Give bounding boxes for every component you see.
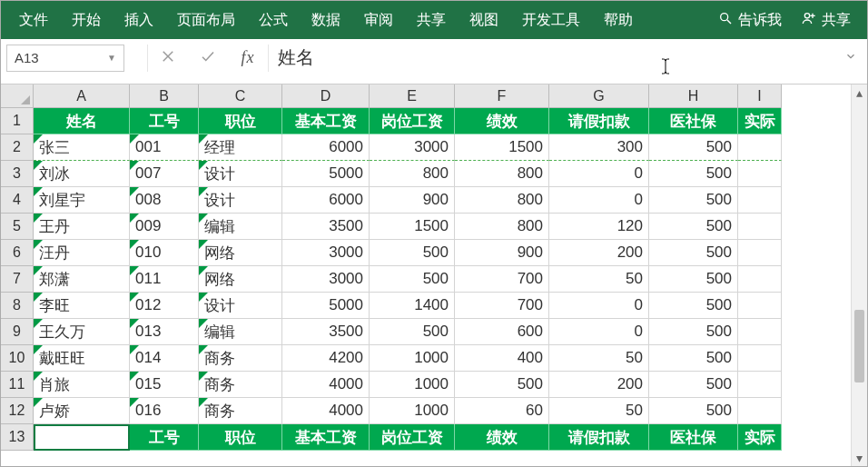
header-cell-1[interactable]: 工号	[130, 108, 199, 134]
cell-r7-c4[interactable]: 500	[370, 266, 455, 293]
header-cell-2[interactable]: 职位	[199, 424, 282, 451]
cell-r3-c8[interactable]	[738, 161, 782, 187]
row-header-9[interactable]: 9	[1, 319, 34, 345]
cell-r2-c0[interactable]: 张三	[34, 134, 130, 161]
cell-r6-c6[interactable]: 200	[549, 240, 649, 266]
cell-r9-c6[interactable]: 0	[549, 319, 649, 345]
cell-r10-c3[interactable]: 4200	[282, 345, 370, 372]
row-header-12[interactable]: 12	[1, 398, 34, 424]
row-header-3[interactable]: 3	[1, 161, 34, 187]
row-header-8[interactable]: 8	[1, 293, 34, 319]
cell-r10-c4[interactable]: 1000	[370, 345, 455, 372]
expand-formula-bar-button[interactable]	[840, 50, 862, 65]
cell-r5-c0[interactable]: 王丹	[34, 214, 130, 240]
cell-r5-c2[interactable]: 编辑	[199, 214, 282, 240]
column-header-I[interactable]: I	[738, 84, 782, 107]
cell-r9-c0[interactable]: 王久万	[34, 319, 130, 345]
cell-r5-c1[interactable]: 009	[130, 214, 199, 240]
cell-r7-c2[interactable]: 网络	[199, 266, 282, 293]
cell-r3-c4[interactable]: 800	[370, 161, 455, 187]
column-header-A[interactable]: A	[34, 84, 130, 107]
cell-r5-c7[interactable]: 500	[649, 214, 738, 240]
cell-r6-c5[interactable]: 900	[455, 240, 549, 266]
cell-r6-c0[interactable]: 汪丹	[34, 240, 130, 266]
cell-r7-c7[interactable]: 500	[649, 266, 738, 293]
cell-r5-c8[interactable]	[738, 214, 782, 240]
cell-r12-c6[interactable]: 50	[549, 398, 649, 424]
cell-r2-c5[interactable]: 1500	[455, 134, 549, 161]
column-header-E[interactable]: E	[370, 84, 455, 107]
header-cell-7[interactable]: 医社保	[649, 424, 738, 451]
cell-r10-c6[interactable]: 50	[549, 345, 649, 372]
cell-r2-c6[interactable]: 300	[549, 134, 649, 161]
cell-r3-c1[interactable]: 007	[130, 161, 199, 187]
cell-r11-c2[interactable]: 商务	[199, 372, 282, 398]
cell-r12-c0[interactable]: 卢娇	[34, 398, 130, 424]
row-header-5[interactable]: 5	[1, 214, 34, 240]
cell-r9-c3[interactable]: 3500	[282, 319, 370, 345]
cell-r4-c6[interactable]: 0	[549, 187, 649, 214]
cell-r2-c1[interactable]: 001	[130, 134, 199, 161]
ribbon-tab-8[interactable]: 视图	[459, 2, 509, 39]
ribbon-tab-9[interactable]: 开发工具	[511, 2, 591, 39]
header-cell-3[interactable]: 基本工资	[282, 424, 370, 451]
cell-r12-c4[interactable]: 1000	[370, 398, 455, 424]
cells-grid[interactable]: 姓名工号职位基本工资岗位工资绩效请假扣款医社保实际张三001经理60003000…	[34, 108, 851, 466]
header-cell-4[interactable]: 岗位工资	[370, 108, 455, 134]
cell-r11-c4[interactable]: 1000	[370, 372, 455, 398]
column-header-D[interactable]: D	[282, 84, 370, 107]
cell-r8-c2[interactable]: 设计	[199, 293, 282, 319]
cell-r7-c8[interactable]	[738, 266, 782, 293]
cell-r8-c8[interactable]	[738, 293, 782, 319]
formula-input[interactable]: 姓名	[268, 45, 840, 72]
cell-r10-c7[interactable]: 500	[649, 345, 738, 372]
header-cell-8[interactable]: 实际	[738, 108, 782, 134]
row-header-6[interactable]: 6	[1, 240, 34, 266]
cell-r10-c0[interactable]: 戴旺旺	[34, 345, 130, 372]
header-cell-1[interactable]: 工号	[130, 424, 199, 451]
cell-r9-c7[interactable]: 500	[649, 319, 738, 345]
accept-formula-button[interactable]	[188, 45, 228, 72]
cell-r5-c4[interactable]: 1500	[370, 214, 455, 240]
header-cell-3[interactable]: 基本工资	[282, 108, 370, 134]
cell-r3-c2[interactable]: 设计	[199, 161, 282, 187]
cell-r8-c0[interactable]: 李旺	[34, 293, 130, 319]
cell-r9-c1[interactable]: 013	[130, 319, 199, 345]
scroll-thumb[interactable]	[854, 310, 864, 383]
column-header-F[interactable]: F	[455, 84, 549, 107]
cancel-formula-button[interactable]	[148, 45, 188, 72]
cell-r3-c6[interactable]: 0	[549, 161, 649, 187]
header-cell-5[interactable]: 绩效	[455, 424, 549, 451]
cell-r2-c3[interactable]: 6000	[282, 134, 370, 161]
ribbon-tab-1[interactable]: 开始	[61, 2, 112, 39]
vertical-scrollbar[interactable]: ▴ ▾	[851, 84, 867, 466]
column-header-B[interactable]: B	[130, 84, 199, 107]
header-cell-5[interactable]: 绩效	[455, 108, 549, 134]
cell-r3-c7[interactable]: 500	[649, 161, 738, 187]
header-cell-7[interactable]: 医社保	[649, 108, 738, 134]
cell-r4-c2[interactable]: 设计	[199, 187, 282, 214]
cell-r7-c1[interactable]: 011	[130, 266, 199, 293]
cell-r6-c4[interactable]: 500	[370, 240, 455, 266]
cell-r12-c2[interactable]: 商务	[199, 398, 282, 424]
cell-r9-c5[interactable]: 600	[455, 319, 549, 345]
cell-r4-c0[interactable]: 刘星宇	[34, 187, 130, 214]
cell-r8-c7[interactable]: 500	[649, 293, 738, 319]
cell-r4-c3[interactable]: 6000	[282, 187, 370, 214]
column-header-C[interactable]: C	[199, 84, 282, 107]
column-header-H[interactable]: H	[649, 84, 738, 107]
cell-r10-c2[interactable]: 商务	[199, 345, 282, 372]
row-header-7[interactable]: 7	[1, 266, 34, 293]
row-header-2[interactable]: 2	[1, 134, 34, 161]
ribbon-tab-2[interactable]: 插入	[113, 2, 164, 39]
cell-r11-c0[interactable]: 肖旅	[34, 372, 130, 398]
insert-function-button[interactable]: fx	[228, 45, 268, 72]
header-cell-0[interactable]: 姓名	[34, 424, 130, 451]
cell-r9-c2[interactable]: 编辑	[199, 319, 282, 345]
cell-r4-c5[interactable]: 800	[455, 187, 549, 214]
name-box[interactable]: A13 ▼	[6, 45, 124, 72]
header-cell-2[interactable]: 职位	[199, 108, 282, 134]
cell-r11-c3[interactable]: 4000	[282, 372, 370, 398]
cell-r7-c3[interactable]: 3000	[282, 266, 370, 293]
ribbon-tab-10[interactable]: 帮助	[593, 2, 644, 39]
